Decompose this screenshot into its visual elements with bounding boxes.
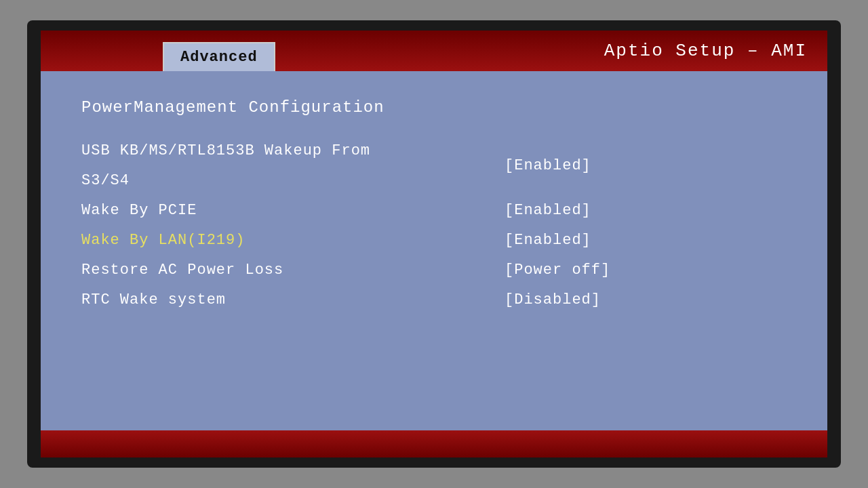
tab-advanced[interactable]: Advanced: [163, 42, 275, 71]
setting-name-usb: USB KB/MS/RTL8153B Wakeup From: [81, 136, 505, 165]
content-area: PowerManagement Configuration USB KB/MS/…: [41, 71, 827, 458]
screen: Advanced Aptio Setup – AMI PowerManageme…: [41, 30, 827, 458]
setting-value-lan: [Enabled]: [505, 225, 787, 255]
top-bar: Advanced Aptio Setup – AMI: [41, 30, 827, 71]
setting-name-pcie: Wake By PCIE: [81, 195, 505, 225]
setting-name-rtc: RTC Wake system: [81, 285, 505, 314]
setting-value-usb: [Enabled]: [505, 136, 787, 195]
bottom-bar: [41, 430, 827, 458]
setting-name-ac: Restore AC Power Loss: [81, 255, 505, 285]
section-title: PowerManagement Configuration: [81, 98, 787, 117]
aptio-title: Aptio Setup – AMI: [604, 41, 807, 61]
setting-value-pcie: [Enabled]: [505, 195, 787, 225]
setting-value-ac: [Power off]: [505, 255, 787, 285]
table-row[interactable]: Wake By LAN(I219) [Enabled]: [81, 225, 787, 255]
settings-table: USB KB/MS/RTL8153B Wakeup From [Enabled]…: [81, 136, 787, 314]
table-row[interactable]: Wake By PCIE [Enabled]: [81, 195, 787, 225]
table-row[interactable]: RTC Wake system [Disabled]: [81, 285, 787, 314]
table-row[interactable]: USB KB/MS/RTL8153B Wakeup From [Enabled]: [81, 136, 787, 165]
monitor-bezel: Advanced Aptio Setup – AMI PowerManageme…: [27, 20, 841, 468]
setting-name-lan: Wake By LAN(I219): [81, 225, 505, 255]
setting-value-rtc: [Disabled]: [505, 285, 787, 314]
setting-name-usb-cont: S3/S4: [81, 165, 505, 195]
table-row[interactable]: Restore AC Power Loss [Power off]: [81, 255, 787, 285]
